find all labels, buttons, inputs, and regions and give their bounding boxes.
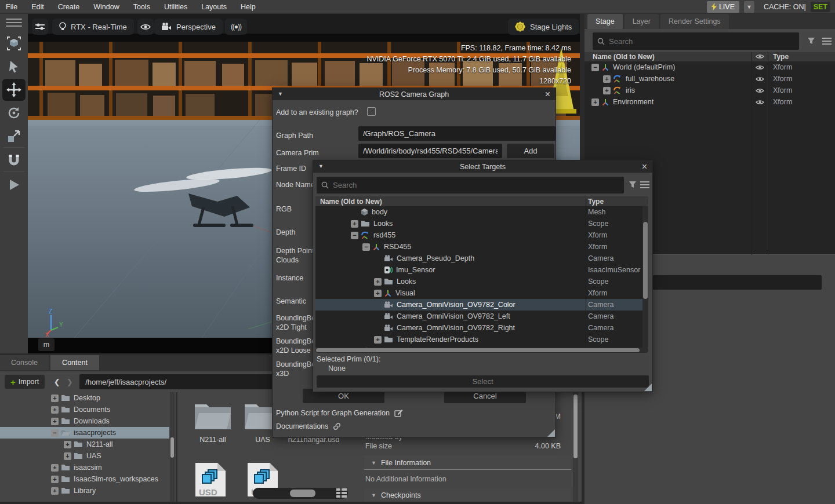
close-icon[interactable]: × <box>545 89 550 100</box>
row-body[interactable]: body Mesh <box>315 206 642 218</box>
menu-item-tools[interactable]: Tools <box>133 3 150 11</box>
add-existing-checkbox[interactable] <box>367 107 376 116</box>
units-selector[interactable]: m <box>38 338 55 351</box>
expand-icon[interactable]: + <box>51 418 59 425</box>
resize-handle[interactable] <box>547 429 555 437</box>
tree-item-downloads[interactable]: + Downloads <box>0 415 176 427</box>
camera-prim-input[interactable] <box>363 147 498 155</box>
capture-signal-button[interactable]: ((●)) <box>225 19 247 35</box>
collapse-icon[interactable]: − <box>591 64 599 71</box>
back-button[interactable]: ❮ <box>50 378 63 386</box>
expand-icon[interactable]: + <box>51 476 59 483</box>
menu-item-file[interactable]: File <box>6 3 17 11</box>
row-visual[interactable]: + Visual Xform <box>315 287 642 299</box>
expand-icon[interactable]: + <box>64 452 71 460</box>
eye-icon[interactable] <box>756 76 764 82</box>
collapse-icon[interactable]: − <box>351 232 358 239</box>
content-item-folder[interactable]: N211-all <box>187 400 239 444</box>
expand-icon[interactable]: + <box>374 336 382 344</box>
tree-item-uas[interactable]: + UAS <box>0 450 176 462</box>
horizontal-scrollbar[interactable] <box>315 348 648 353</box>
expand-icon[interactable]: + <box>51 395 59 402</box>
filter-icon[interactable] <box>629 181 637 188</box>
expand-icon[interactable]: + <box>64 441 71 448</box>
thumbnail-size-slider[interactable] <box>253 488 348 499</box>
name-column-header[interactable]: Name (Old to New) <box>593 53 655 61</box>
stage-row-full-warehouse[interactable]: + full_warehouse Xform <box>584 73 835 85</box>
cursor-tool-button[interactable] <box>2 56 26 78</box>
menu-item-help[interactable]: Help <box>241 3 256 11</box>
collapse-icon[interactable]: − <box>362 243 370 251</box>
slider-handle[interactable] <box>290 490 315 497</box>
import-button[interactable]: + Import <box>5 375 45 389</box>
stage-row-world[interactable]: − World (defaultPrim) Xform <box>584 61 835 73</box>
tree-item-library[interactable]: + Library <box>0 485 176 496</box>
stage-search-input[interactable] <box>609 37 794 46</box>
tree-scrollbar[interactable] <box>170 392 175 502</box>
tab-console[interactable]: Console <box>0 355 49 370</box>
row-looks[interactable]: + Looks Scope <box>315 218 642 229</box>
tab-content[interactable]: Content <box>50 355 99 370</box>
visibility-button[interactable] <box>137 19 154 35</box>
dialog-titlebar[interactable]: ▼ ROS2 Camera Graph × <box>273 88 556 100</box>
viewport-settings-button[interactable] <box>32 19 48 35</box>
live-sync-button[interactable]: LIVE <box>707 1 739 13</box>
snap-tool-button[interactable] <box>2 149 26 171</box>
stage-search-field[interactable] <box>593 32 799 50</box>
row-camera-ov9782-left[interactable]: Camera_OmniVision_OV9782_Left Camera <box>315 311 642 322</box>
move-tool-button[interactable] <box>2 79 26 101</box>
stage-row-environment[interactable]: + Environment Xform <box>584 96 835 108</box>
expand-icon[interactable]: + <box>591 98 599 106</box>
targets-search-input[interactable] <box>333 181 619 189</box>
add-button[interactable]: Add <box>507 144 554 158</box>
row-imu-sensor[interactable]: Imu_Sensor IsaacImuSensor <box>315 264 642 276</box>
expand-icon[interactable]: + <box>51 464 59 472</box>
renderer-selector-button[interactable]: RTX - Real-Time <box>52 19 134 35</box>
row-rsd455-child[interactable]: − RSD455 Xform <box>315 241 642 253</box>
info-scrollbar[interactable] <box>573 392 578 504</box>
row-camera-ov9782-color-selected[interactable]: Camera_OmniVision_OV9782_Color Camera <box>315 299 642 311</box>
name-column-header[interactable]: Name (Old to New) <box>320 198 382 206</box>
content-item-usd-file[interactable]: USD <box>184 462 237 500</box>
options-icon[interactable] <box>822 38 832 45</box>
row-camera-pseudo-depth[interactable]: Camera_Pseudo_Depth Camera <box>315 253 642 264</box>
menu-item-edit[interactable]: Edit <box>31 3 44 11</box>
menu-item-window[interactable]: Window <box>93 3 119 11</box>
cache-status[interactable]: CACHE: ON| <box>764 3 806 11</box>
python-script-link[interactable]: Python Script for Graph Generation <box>276 409 403 417</box>
select-button[interactable]: Select <box>317 375 649 388</box>
tree-item-isaacsim-ros-workspaces[interactable]: + IsaacSim-ros_workspaces <box>0 473 176 485</box>
type-column-header[interactable]: Type <box>773 53 789 61</box>
expand-icon[interactable]: + <box>603 75 611 83</box>
file-information-section-header[interactable]: ▼ File Information <box>364 456 571 470</box>
close-icon[interactable]: × <box>642 161 647 172</box>
scale-tool-button[interactable] <box>2 125 26 147</box>
row-template-render-products[interactable]: + TemplateRenderProducts Scope <box>315 334 642 345</box>
forward-button[interactable]: ❯ <box>63 378 76 386</box>
expand-icon[interactable]: + <box>51 487 59 495</box>
tree-item-isaacsim[interactable]: + isaacsim <box>0 462 176 473</box>
graph-path-field[interactable] <box>358 126 556 141</box>
row-camera-ov9782-right[interactable]: Camera_OmniVision_OV9782_Right Camera <box>315 322 642 334</box>
expand-icon[interactable]: + <box>351 220 358 228</box>
eye-icon[interactable] <box>756 65 764 70</box>
graph-path-input[interactable] <box>363 129 551 138</box>
row-looks-inner[interactable]: + Looks Scope <box>315 276 642 287</box>
tab-stage[interactable]: Stage <box>587 14 623 29</box>
menu-item-create[interactable]: Create <box>58 3 80 11</box>
stage-row-iris[interactable]: + iris Xform <box>584 85 835 96</box>
expand-icon[interactable]: + <box>603 87 611 94</box>
resize-handle[interactable] <box>644 384 652 391</box>
tab-render-settings[interactable]: Render Settings <box>660 14 729 29</box>
play-button[interactable] <box>2 174 26 196</box>
set-button[interactable]: SET <box>811 2 830 12</box>
dialog-titlebar[interactable]: ▼ Select Targets × <box>313 160 652 173</box>
view-mode-toggle-icon[interactable] <box>336 488 347 498</box>
axis-gizmo[interactable]: Z Y X <box>43 308 68 337</box>
camera-prim-field[interactable] <box>358 144 502 158</box>
toolbar-menu-icon[interactable] <box>6 19 22 29</box>
select-mode-button[interactable] <box>2 32 26 54</box>
rotate-tool-button[interactable] <box>2 102 26 124</box>
expand-icon[interactable]: + <box>374 290 382 297</box>
tree-item-isaacprojects-selected[interactable]: − isaacprojects <box>0 427 169 439</box>
